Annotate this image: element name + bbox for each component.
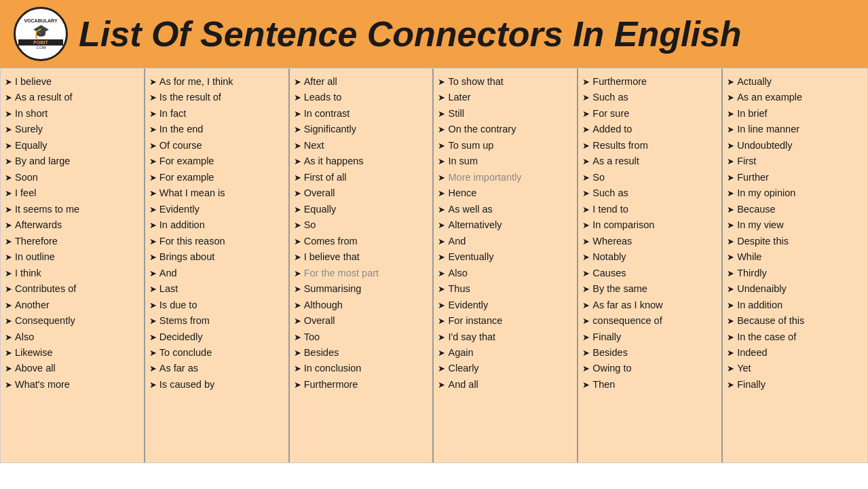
item-label: By and large	[15, 153, 70, 168]
arrow-icon: ➤	[438, 267, 445, 280]
arrow-icon: ➤	[149, 362, 157, 376]
item-label: Also	[15, 329, 34, 344]
item-label: Still	[448, 106, 464, 121]
item-label: As it happens	[304, 153, 364, 168]
arrow-icon: ➤	[5, 91, 12, 105]
list-item: ➤In comparison	[582, 217, 717, 232]
item-label: For example	[159, 153, 214, 168]
list-item: ➤So	[294, 217, 429, 232]
list-item: ➤Summarising	[294, 281, 429, 296]
arrow-icon: ➤	[727, 219, 734, 232]
list-item: ➤In contrast	[294, 106, 429, 121]
item-label: Causes	[592, 266, 626, 280]
item-label: Of course	[159, 138, 202, 153]
item-label: To sum up	[448, 138, 493, 153]
item-label: Next	[304, 138, 324, 153]
list-item: ➤In addition	[149, 217, 284, 232]
item-label: Surely	[15, 122, 43, 137]
list-item: ➤In addition	[727, 297, 863, 312]
arrow-icon: ➤	[582, 91, 590, 105]
arrow-icon: ➤	[582, 267, 590, 280]
list-item: ➤Comes from	[294, 234, 429, 249]
logo: VOCABULARY 🎓 POINT .COM	[14, 7, 68, 61]
list-item: ➤Besides	[582, 345, 717, 360]
list-item: ➤Because	[727, 202, 863, 217]
item-label: Undenaibly	[737, 281, 787, 296]
list-item: ➤To show that	[438, 74, 573, 89]
arrow-icon: ➤	[727, 331, 734, 344]
list-item: ➤And	[438, 234, 573, 249]
arrow-icon: ➤	[149, 139, 157, 153]
list-item: ➤Also	[5, 329, 140, 344]
list-item: ➤Also	[438, 266, 573, 280]
item-label: Alternatively	[448, 217, 502, 232]
list-item: ➤I feel	[5, 185, 140, 200]
arrow-icon: ➤	[727, 187, 734, 200]
item-label: And	[448, 234, 466, 249]
arrow-icon: ➤	[5, 123, 12, 137]
item-label: So	[592, 170, 605, 185]
item-label: I feel	[15, 185, 36, 200]
list-item: ➤Evidently	[149, 202, 284, 217]
list-item: ➤Yet	[727, 361, 863, 376]
item-label: As well as	[448, 202, 492, 217]
item-label: Whereas	[592, 234, 632, 249]
arrow-icon: ➤	[727, 299, 734, 312]
item-label: What I mean is	[159, 185, 225, 200]
arrow-icon: ➤	[294, 346, 301, 360]
arrow-icon: ➤	[5, 314, 12, 328]
item-label: Evidently	[448, 297, 488, 312]
list-item: ➤Furthermore	[294, 377, 429, 392]
list-item: ➤Overall	[294, 185, 429, 200]
arrow-icon: ➤	[5, 251, 12, 264]
list-item: ➤And all	[438, 377, 573, 392]
list-item: ➤In short	[5, 106, 140, 121]
list-item: ➤Added to	[582, 122, 717, 137]
item-label: Added to	[592, 122, 632, 137]
list-item: ➤On the contrary	[438, 122, 573, 137]
item-label: More importantly	[448, 170, 521, 185]
arrow-icon: ➤	[582, 283, 590, 296]
arrow-icon: ➤	[438, 331, 445, 344]
item-label: Owing to	[592, 361, 631, 376]
content-grid: ➤I believe➤As a result of➤In short➤Surel…	[0, 68, 868, 463]
list-item: ➤It seems to me	[5, 202, 140, 217]
page-title: List Of Sentence Connectors In English	[79, 16, 742, 52]
arrow-icon: ➤	[294, 331, 301, 344]
arrow-icon: ➤	[5, 299, 12, 312]
item-label: Despite this	[737, 234, 789, 249]
arrow-icon: ➤	[438, 171, 445, 185]
list-item: ➤As it happens	[294, 153, 429, 168]
item-label: As far as I know	[592, 297, 662, 312]
arrow-icon: ➤	[727, 123, 734, 137]
item-label: For this reason	[159, 234, 225, 249]
item-label: Soon	[15, 170, 38, 185]
item-label: Leads to	[304, 90, 342, 105]
header: VOCABULARY 🎓 POINT .COM List Of Sentence…	[0, 0, 868, 68]
arrow-icon: ➤	[438, 155, 445, 168]
arrow-icon: ➤	[149, 171, 157, 185]
item-label: After all	[304, 74, 337, 89]
item-label: Although	[304, 297, 343, 312]
arrow-icon: ➤	[438, 251, 445, 264]
list-item: ➤Such as	[582, 185, 717, 200]
item-label: Furthermore	[304, 377, 358, 392]
list-item: ➤Stems from	[149, 313, 284, 328]
arrow-icon: ➤	[294, 123, 301, 137]
list-item: ➤Contributes of	[5, 281, 140, 296]
list-item: ➤Notably	[582, 249, 717, 264]
arrow-icon: ➤	[5, 155, 12, 168]
arrow-icon: ➤	[582, 187, 590, 200]
item-label: Actually	[737, 74, 772, 89]
list-item: ➤After all	[294, 74, 429, 89]
item-label: As a result	[592, 153, 639, 168]
arrow-icon: ➤	[294, 203, 301, 217]
arrow-icon: ➤	[727, 378, 734, 392]
list-item: ➤Finally	[727, 377, 863, 392]
list-item: ➤Clearly	[438, 361, 573, 376]
arrow-icon: ➤	[294, 251, 301, 264]
arrow-icon: ➤	[438, 187, 445, 200]
arrow-icon: ➤	[727, 171, 734, 185]
list-item: ➤Too	[294, 329, 429, 344]
arrow-icon: ➤	[294, 75, 301, 89]
